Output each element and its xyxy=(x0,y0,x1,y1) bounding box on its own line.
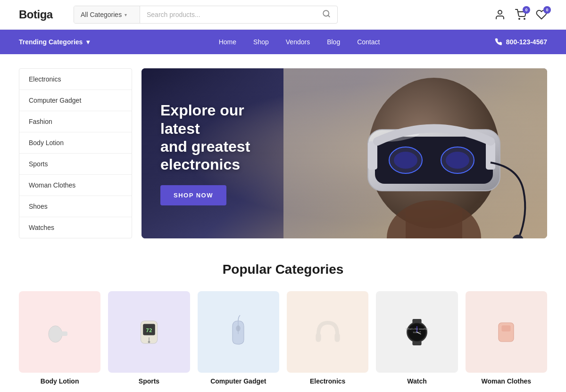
main-content: Electronics Computer Gadget Fashion Body… xyxy=(0,54,566,392)
nav-contact[interactable]: Contact xyxy=(357,38,380,46)
svg-line-1 xyxy=(328,15,329,16)
thermostat-icon: 72 xyxy=(130,313,168,351)
headphones-icon xyxy=(309,313,347,351)
svg-rect-32 xyxy=(334,333,340,342)
nav-shop[interactable]: Shop xyxy=(253,38,269,46)
wishlist-badge: 0 xyxy=(543,6,551,14)
hero-content: Explore our latest and greatest electron… xyxy=(142,82,283,224)
sidebar-item-body-lotion[interactable]: Body Lotion xyxy=(19,132,132,154)
cart-button[interactable]: 0 xyxy=(515,9,526,20)
phone-area: 800-123-4567 xyxy=(495,38,547,46)
svg-rect-16 xyxy=(368,141,377,170)
search-icon xyxy=(322,9,331,18)
sidebar-item-watches[interactable]: Watches xyxy=(19,217,132,238)
mouse-icon xyxy=(219,313,257,351)
category-select-dropdown[interactable]: All Categories ▾ xyxy=(74,6,140,23)
trending-label: Trending Categories xyxy=(19,38,83,46)
category-label-electronics: Electronics xyxy=(287,377,368,385)
category-label-sports: Sports xyxy=(108,377,190,385)
svg-rect-22 xyxy=(60,331,67,336)
category-card-electronics[interactable]: Electronics xyxy=(287,291,368,385)
clothes-icon xyxy=(487,313,525,351)
sidebar-item-woman-clothes[interactable]: Woman Clothes xyxy=(19,175,132,196)
chevron-down-icon: ▾ xyxy=(86,38,90,46)
main-navbar: Trending Categories ▾ Home Shop Vendors … xyxy=(0,30,566,54)
cart-badge: 0 xyxy=(523,6,530,14)
category-label-computer-gadget: Computer Gadget xyxy=(198,377,279,385)
svg-point-4 xyxy=(524,18,525,19)
hero-banner: Explore our latest and greatest electron… xyxy=(142,68,547,238)
header-icons: 0 0 xyxy=(494,9,547,20)
camera-icon xyxy=(41,313,79,351)
svg-rect-42 xyxy=(502,325,511,331)
nav-vendors[interactable]: Vendors xyxy=(286,38,310,46)
wishlist-button[interactable]: 0 xyxy=(536,9,547,20)
category-select-label: All Categories xyxy=(81,11,122,18)
search-area: All Categories ▾ xyxy=(74,6,338,24)
site-header: Botiga All Categories ▾ 0 xyxy=(0,0,566,30)
svg-point-2 xyxy=(498,10,502,14)
svg-point-14 xyxy=(446,152,469,169)
categories-grid: Body Lotion 72 Sports xyxy=(19,291,547,385)
logo: Botiga xyxy=(19,8,66,21)
hero-title: Explore our latest and greatest electron… xyxy=(160,101,264,174)
sidebar-item-electronics[interactable]: Electronics xyxy=(19,69,132,90)
svg-rect-8 xyxy=(406,210,462,238)
user-icon xyxy=(494,9,506,20)
category-image-body-lotion xyxy=(19,291,100,373)
category-card-sports[interactable]: 72 Sports xyxy=(108,291,190,385)
category-card-woman-clothes[interactable]: Woman Clothes xyxy=(466,291,547,385)
sidebar-categories: Electronics Computer Gadget Fashion Body… xyxy=(19,68,132,238)
trending-categories-button[interactable]: Trending Categories ▾ xyxy=(19,38,104,46)
svg-point-30 xyxy=(236,325,241,331)
shop-now-button[interactable]: SHOP NOW xyxy=(160,185,226,205)
category-image-watch: What's the weather today? xyxy=(376,291,458,373)
svg-rect-31 xyxy=(316,333,321,342)
category-card-body-lotion[interactable]: Body Lotion xyxy=(19,291,100,385)
popular-categories-section: Popular Categories Body Lotion xyxy=(19,262,547,385)
category-image-electronics xyxy=(287,291,368,373)
popular-categories-title: Popular Categories xyxy=(19,262,547,277)
sidebar-item-shoes[interactable]: Shoes xyxy=(19,196,132,217)
category-image-computer-gadget xyxy=(198,291,279,373)
nav-blog[interactable]: Blog xyxy=(327,38,340,46)
watch-icon: What's the weather today? xyxy=(398,313,436,351)
sidebar-item-fashion[interactable]: Fashion xyxy=(19,111,132,132)
category-label-watch: Watch xyxy=(376,377,458,385)
sidebar-item-sports[interactable]: Sports xyxy=(19,154,132,175)
category-card-watch[interactable]: What's the weather today? Watch xyxy=(376,291,458,385)
hero-section: Electronics Computer Gadget Fashion Body… xyxy=(19,68,547,238)
chevron-down-icon: ▾ xyxy=(125,12,127,17)
svg-point-28 xyxy=(148,341,150,343)
category-image-sports: 72 xyxy=(108,291,190,373)
hero-image xyxy=(283,68,547,238)
account-button[interactable] xyxy=(494,9,506,20)
category-label-body-lotion: Body Lotion xyxy=(19,377,100,385)
category-label-woman-clothes: Woman Clothes xyxy=(466,377,547,385)
svg-text:72: 72 xyxy=(146,327,152,334)
sidebar-item-computer-gadget[interactable]: Computer Gadget xyxy=(19,90,132,111)
category-card-computer-gadget[interactable]: Computer Gadget xyxy=(198,291,279,385)
search-button[interactable] xyxy=(316,6,337,23)
nav-home[interactable]: Home xyxy=(219,38,236,46)
search-input[interactable] xyxy=(140,6,316,23)
svg-point-3 xyxy=(519,18,520,19)
phone-number: 800-123-4567 xyxy=(506,38,547,46)
category-image-woman-clothes xyxy=(466,291,547,373)
svg-point-13 xyxy=(394,152,417,169)
nav-links: Home Shop Vendors Blog Contact xyxy=(104,38,494,46)
phone-icon xyxy=(495,38,502,46)
